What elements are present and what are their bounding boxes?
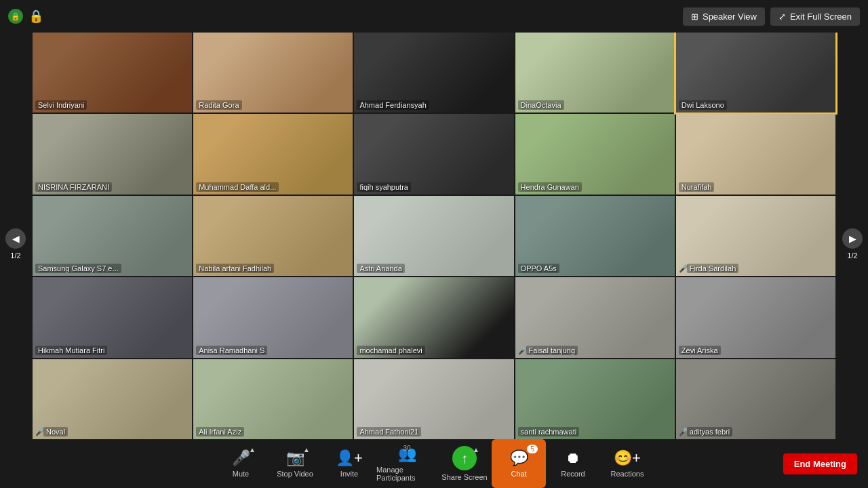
participant-name-19: Faisal tanjung	[526, 346, 578, 355]
chat-button[interactable]: 💬 Chat 5 ▲	[492, 439, 546, 488]
mute-button[interactable]: 🎤 Mute ▲	[214, 439, 268, 488]
exit-fullscreen-icon: ⤢	[778, 12, 786, 22]
participant-name-11: Samsung Galaxy S7 e...	[35, 264, 121, 273]
video-cell-12: Nabila arfani Fadhilah	[193, 196, 353, 276]
video-cell-13: Astri Ananda	[354, 196, 513, 276]
video-cell-22: Ali Irfani Aziz	[193, 359, 353, 439]
participant-name-8: fiqih syahputra	[357, 182, 411, 192]
chat-label: Chat	[511, 470, 526, 478]
participant-name-24: santi rachmawati	[518, 427, 580, 436]
video-cell-7: Muhammad Daffa ald...	[193, 114, 353, 194]
video-cell-9: Hendra Gunawan	[515, 114, 675, 194]
video-cell-5: Dwi Laksono	[676, 33, 835, 113]
video-cell-8: fiqih syahputra	[354, 114, 513, 194]
participant-name-16: Hikmah Mutiara Fitri	[35, 346, 107, 355]
video-cell-21: 🎤Noval	[33, 359, 192, 439]
participant-name-20: Zevi Ariska	[679, 346, 721, 355]
participant-name-13: Astri Ananda	[357, 264, 404, 273]
video-cell-3: Ahmad Ferdiansyah	[354, 33, 513, 113]
prev-page-arrow[interactable]: ◀	[5, 228, 26, 249]
participant-name-10: Nurafifah	[679, 182, 715, 192]
video-cell-6: NISRINA FIRZARANI	[33, 114, 192, 194]
invite-icon: 👤+	[336, 449, 363, 467]
participant-name-25: adityas febri	[687, 427, 732, 436]
video-cell-1: Selvi Indriyani	[33, 33, 192, 113]
reactions-button[interactable]: 😊+ Reactions	[600, 439, 654, 488]
end-meeting-button[interactable]: End Meeting	[783, 453, 857, 474]
chat-icon: 💬	[510, 449, 528, 467]
share-screen-button[interactable]: ↑ Share Screen ▲	[437, 439, 492, 488]
mute-chevron[interactable]: ▲	[249, 446, 256, 453]
participant-name-23: Ahmad Fathoni21	[357, 427, 421, 436]
video-cell-19: 🎤Faisal tanjung	[515, 277, 675, 357]
video-cell-2: Radita Gora	[193, 33, 353, 113]
participant-name-6: NISRINA FIRZARANI	[35, 182, 112, 192]
speaker-view-icon: ⊞	[691, 12, 698, 22]
video-cell-25: 🎤adityas febri	[676, 359, 835, 439]
participant-name-18: mochamad phalevi	[357, 346, 425, 355]
participant-name-1: Selvi Indriyani	[35, 100, 87, 110]
invite-button[interactable]: 👤+ Invite	[322, 439, 376, 488]
exit-fullscreen-label: Exit Full Screen	[790, 12, 852, 22]
participant-name-12: Nabila arfani Fadhilah	[196, 264, 274, 273]
participant-name-21: Noval	[43, 427, 68, 436]
exit-fullscreen-button[interactable]: ⤢ Exit Full Screen	[770, 7, 860, 26]
video-cell-24: santi rachmawati	[515, 359, 675, 439]
security-icon: 🔒	[8, 9, 23, 24]
manage-participants-button[interactable]: 👥 30 Manage Participants	[376, 439, 437, 488]
video-cell-15: 🎤Firda Sardilah	[676, 196, 835, 276]
bottom-toolbar: 🎤 Mute ▲ 📷 Stop Video ▲ 👤+ Invite 👥 30 M…	[0, 439, 868, 488]
lock-icon: 🔒	[28, 9, 43, 24]
video-cell-10: Nurafifah	[676, 114, 835, 194]
record-icon: ⏺	[566, 449, 580, 467]
video-cell-14: OPPO A5s	[515, 196, 675, 276]
record-label: Record	[561, 470, 585, 478]
mute-label: Mute	[233, 470, 249, 478]
video-cell-17: Anisa Ramadhani S	[193, 277, 353, 357]
page-number-right: 1/2	[847, 251, 857, 260]
video-cell-11: Samsung Galaxy S7 e...	[33, 196, 192, 276]
participant-name-17: Anisa Ramadhani S	[196, 346, 267, 355]
video-cell-16: Hikmah Mutiara Fitri	[33, 277, 192, 357]
video-icon: 📷	[286, 449, 304, 467]
video-grid: Selvi IndriyaniRadita GoraAhmad Ferdians…	[33, 33, 835, 439]
invite-label: Invite	[340, 470, 358, 478]
participant-name-7: Muhammad Daffa ald...	[196, 182, 279, 192]
page-indicator-left: ◀ 1/2	[5, 228, 26, 260]
top-bar-left: 🔒 🔒	[8, 9, 43, 24]
manage-participants-label: Manage Participants	[376, 466, 437, 482]
video-cell-20: Zevi Ariska	[676, 277, 835, 357]
stop-video-button[interactable]: 📷 Stop Video ▲	[268, 439, 322, 488]
top-bar-right: ⊞ Speaker View ⤢ Exit Full Screen	[683, 7, 860, 26]
share-screen-label: Share Screen	[441, 473, 487, 481]
record-button[interactable]: ⏺ Record	[546, 439, 600, 488]
mic-icon: 🎤	[232, 449, 250, 467]
participant-name-3: Ahmad Ferdiansyah	[357, 100, 429, 110]
participant-name-15: Firda Sardilah	[687, 264, 738, 273]
participant-name-2: Radita Gora	[196, 100, 241, 110]
participant-name-4: DinaOctavia	[518, 100, 564, 110]
participant-name-14: OPPO A5s	[518, 264, 559, 273]
next-page-arrow[interactable]: ▶	[842, 228, 863, 249]
participant-name-5: Dwi Laksono	[679, 100, 727, 110]
speaker-view-button[interactable]: ⊞ Speaker View	[683, 7, 765, 26]
reactions-label: Reactions	[611, 470, 644, 478]
chat-chevron[interactable]: ▲	[527, 446, 534, 453]
speaker-view-label: Speaker View	[703, 12, 757, 22]
video-cell-4: DinaOctavia	[515, 33, 675, 113]
participant-name-9: Hendra Gunawan	[518, 182, 582, 192]
page-indicator-right: ▶ 1/2	[842, 228, 863, 260]
video-chevron[interactable]: ▲	[303, 446, 310, 453]
participants-count: 30	[403, 445, 410, 452]
page-number-left: 1/2	[10, 251, 20, 260]
top-bar: 🔒 🔒 ⊞ Speaker View ⤢ Exit Full Screen	[0, 0, 868, 33]
reactions-icon: 😊+	[614, 449, 641, 467]
share-chevron[interactable]: ▲	[473, 446, 479, 453]
stop-video-label: Stop Video	[277, 470, 313, 478]
video-cell-23: Ahmad Fathoni21	[354, 359, 513, 439]
video-cell-18: mochamad phalevi	[354, 277, 513, 357]
participant-name-22: Ali Irfani Aziz	[196, 427, 244, 436]
